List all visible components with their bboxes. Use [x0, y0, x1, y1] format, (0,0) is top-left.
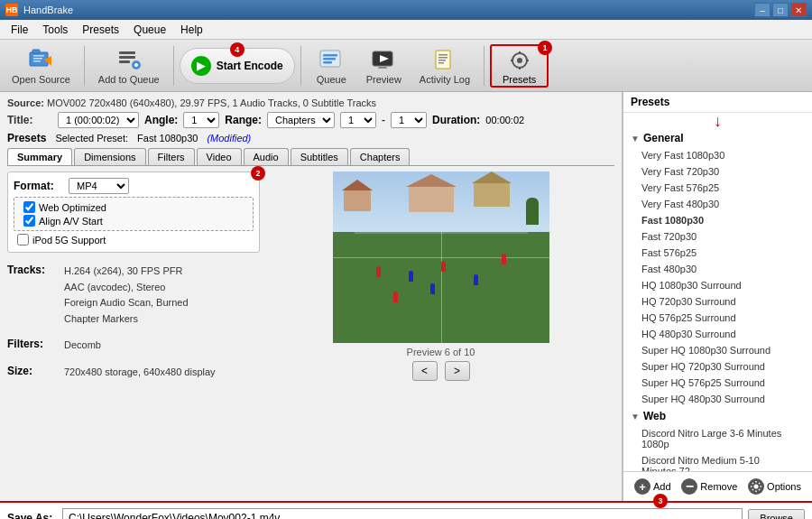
tab-content: 2 Format: MP4 Web Optimized	[7, 171, 614, 388]
tab-dimensions[interactable]: Dimensions	[74, 148, 145, 165]
queue-button[interactable]: Queue	[307, 43, 356, 88]
add-preset-button[interactable]: + Add	[631, 477, 675, 496]
preset-discord-large[interactable]: Discord Nitro Large 3-6 Minutes 1080p	[623, 425, 812, 452]
web-optimized-checkbox[interactable]	[23, 201, 35, 213]
preset-hq-720[interactable]: HQ 720p30 Surround	[623, 293, 812, 310]
preview-button[interactable]: Preview	[358, 43, 410, 88]
player-2	[409, 271, 413, 282]
preview-nav: < >	[412, 361, 470, 381]
size-section: Size: 720x480 storage, 640x480 display	[7, 361, 260, 388]
close-button[interactable]: ✕	[790, 3, 807, 17]
svg-rect-2	[33, 55, 44, 57]
menu-queue[interactable]: Queue	[126, 22, 173, 38]
open-source-button[interactable]: Open Source	[4, 43, 78, 88]
field-top	[355, 232, 528, 234]
format-section: Format: MP4 Web Optimized	[7, 171, 260, 253]
divider-2	[173, 46, 174, 86]
range-from[interactable]: 1	[340, 112, 376, 128]
badge-3: 3	[653, 494, 668, 508]
preset-very-fast-576[interactable]: Very Fast 576p25	[623, 180, 812, 196]
tab-audio[interactable]: Audio	[244, 148, 289, 165]
open-source-icon	[28, 47, 53, 72]
badge-2: 2	[251, 166, 265, 181]
divider-3	[300, 46, 301, 86]
presets-panel-title: Presets	[623, 92, 812, 113]
preset-superhq-720[interactable]: Super HQ 720p30 Surround	[623, 358, 812, 375]
tab-video[interactable]: Video	[197, 148, 242, 165]
preset-modified: (Modified)	[207, 133, 251, 144]
tab-subtitles[interactable]: Subtitles	[291, 148, 348, 165]
preset-hq-480[interactable]: HQ 480p30 Surround	[623, 326, 812, 342]
preset-fast-480[interactable]: Fast 480p30	[623, 261, 812, 277]
presets-panel: Presets ↓ ▼ General Very Fast 1080p30 Ve…	[623, 92, 812, 501]
preset-hq-1080[interactable]: HQ 1080p30 Surround	[623, 277, 812, 293]
presets-icon	[507, 50, 532, 71]
preview-prev-button[interactable]: <	[412, 361, 438, 381]
svg-rect-15	[323, 61, 332, 64]
tab-chapters[interactable]: Chapters	[350, 148, 411, 165]
menu-presets[interactable]: Presets	[75, 22, 126, 38]
left-panel: Source: MOV002 720x480 (640x480), 29.97 …	[0, 92, 623, 501]
options-button[interactable]: Options	[744, 477, 805, 496]
format-select[interactable]: MP4	[69, 178, 129, 194]
house-3	[474, 181, 510, 207]
preset-fast-1080[interactable]: Fast 1080p30	[623, 212, 812, 228]
menu-file[interactable]: File	[4, 22, 35, 38]
options-gear-icon	[748, 478, 764, 495]
title-select[interactable]: 1 (00:00:02)	[58, 112, 139, 128]
align-av-checkbox[interactable]	[23, 215, 35, 227]
preset-group-web[interactable]: ▼ Web	[623, 407, 812, 425]
preset-superhq-480[interactable]: Super HQ 480p30 Surround	[623, 391, 812, 407]
track-3: Foreign Audio Scan, Burned	[64, 295, 189, 311]
remove-icon: −	[681, 478, 697, 495]
preset-very-fast-720[interactable]: Very Fast 720p30	[623, 163, 812, 180]
remove-preset-button[interactable]: − Remove	[678, 477, 741, 496]
checkbox-group: Web Optimized Align A/V Start	[14, 197, 254, 231]
browse-button[interactable]: Browse	[748, 509, 805, 519]
remove-label: Remove	[700, 481, 737, 492]
svg-rect-28	[511, 60, 513, 61]
preset-superhq-1080[interactable]: Super HQ 1080p30 Surround	[623, 342, 812, 358]
menu-tools[interactable]: Tools	[35, 22, 75, 38]
angle-label: Angle:	[144, 114, 178, 126]
preview-next-button[interactable]: >	[445, 361, 470, 381]
queue-label: Queue	[317, 74, 346, 85]
maximize-button[interactable]: □	[772, 3, 789, 17]
svg-rect-20	[438, 54, 448, 56]
svg-rect-14	[323, 58, 336, 60]
svg-rect-27	[519, 67, 521, 70]
open-source-label: Open Source	[12, 74, 70, 85]
track-4: Chapter Markers	[64, 311, 189, 328]
preset-fast-720[interactable]: Fast 720p30	[623, 228, 812, 245]
add-to-queue-button[interactable]: Add to Queue	[90, 43, 168, 88]
preset-fast-576[interactable]: Fast 576p25	[623, 245, 812, 261]
preset-superhq-576[interactable]: Super HQ 576p25 Surround	[623, 375, 812, 391]
menu-help[interactable]: Help	[173, 22, 210, 38]
activity-log-button[interactable]: Activity Log	[411, 43, 478, 88]
presets-scroll[interactable]: ▼ General Very Fast 1080p30 Very Fast 72…	[623, 129, 812, 471]
range-to[interactable]: 1	[391, 112, 427, 128]
tracks-value: H.264 (x264), 30 FPS PFR AAC (avcodec), …	[64, 264, 189, 327]
group-arrow-web: ▼	[631, 412, 640, 422]
add-label: Add	[653, 481, 671, 492]
player-4	[474, 274, 478, 285]
preset-discord-medium[interactable]: Discord Nitro Medium 5-10 Minutes 72	[623, 452, 812, 471]
preset-very-fast-480[interactable]: Very Fast 480p30	[623, 196, 812, 212]
angle-select[interactable]: 1	[183, 112, 219, 128]
svg-rect-1	[32, 50, 40, 53]
save-path-input[interactable]	[62, 508, 743, 519]
ipod-5g-label: iPod 5G Support	[32, 235, 106, 246]
preset-group-general[interactable]: ▼ General	[623, 129, 812, 147]
title-row: Title: 1 (00:00:02) Angle: 1 Range: Chap…	[7, 112, 614, 128]
minimize-button[interactable]: –	[754, 3, 770, 17]
ipod-5g-row: iPod 5G Support	[17, 233, 254, 246]
range-select[interactable]: Chapters	[267, 112, 335, 128]
soccer-field-bg	[333, 171, 549, 343]
source-label: Source:	[7, 97, 44, 108]
tab-filters[interactable]: Filters	[148, 148, 195, 165]
ipod-5g-checkbox[interactable]	[17, 234, 29, 246]
tab-summary[interactable]: Summary	[7, 148, 72, 165]
preset-hq-576[interactable]: HQ 576p25 Surround	[623, 310, 812, 326]
save-bar: Save As: Browse	[0, 501, 812, 519]
preset-very-fast-1080[interactable]: Very Fast 1080p30	[623, 147, 812, 163]
